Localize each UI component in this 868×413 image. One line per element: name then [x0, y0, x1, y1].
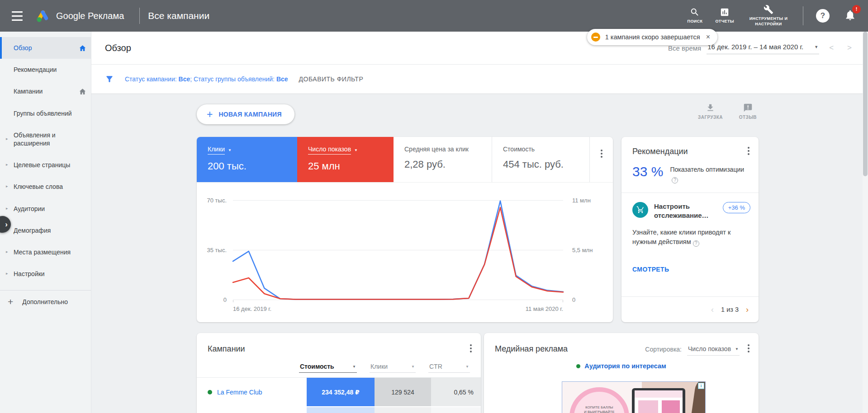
- column-header-ctr[interactable]: CTR▼: [428, 363, 470, 373]
- uplift-badge: +36 %: [723, 202, 750, 213]
- sidebar-item-label: Места размещения: [14, 248, 86, 256]
- tools-button[interactable]: ИНСТРУМЕНТЫ И НАСТРОЙКИ: [747, 5, 790, 27]
- sidebar-item-label: Аудитории: [14, 205, 86, 213]
- dropdown-caret-icon: ▼: [352, 365, 356, 369]
- search-button[interactable]: ПОИСК: [688, 7, 703, 24]
- next-page-icon[interactable]: ›: [746, 305, 749, 314]
- pagination-label: 1 из 3: [721, 306, 739, 313]
- sort-dropdown[interactable]: Число показов ▼: [687, 344, 740, 356]
- metric-strip: Клики▼200 тыс.Число показов▼25 млнСредня…: [197, 137, 613, 183]
- sidebar-items: ОбзорРекомендацииКампанииГруппы объявлен…: [0, 37, 91, 285]
- metric-value: 200 тыс.: [208, 160, 297, 172]
- sidebar-item-campaigns[interactable]: Кампании: [0, 80, 91, 102]
- ad-info-icon[interactable]: i: [698, 383, 704, 389]
- sidebar-item-placements[interactable]: ▸Места размещения: [0, 241, 91, 263]
- sort-label: Сортировка:: [645, 344, 682, 353]
- table-row-partial[interactable]: [197, 406, 481, 413]
- expand-arrow-icon: ▸: [6, 136, 8, 142]
- ad-preview[interactable]: КОПИТЕ БАЛЛЫИ ВЫИГРЫВАЙТЕОНЛАЙН-ШОППИНГ …: [562, 381, 706, 413]
- scrollbar-thumb[interactable]: [863, 32, 868, 176]
- sidebar-item-landing-pages[interactable]: ▸Целевые страницы: [0, 154, 91, 176]
- table-row[interactable]: La Femme Club234 352,48 ₽129 5240,65 %: [197, 377, 481, 406]
- metric-card-impressions[interactable]: Число показов▼25 млн: [297, 137, 394, 182]
- feedback-button[interactable]: ОТЗЫВ: [739, 103, 757, 120]
- download-icon: [706, 103, 715, 113]
- column-header-cost[interactable]: Стоимость▼: [299, 363, 357, 373]
- sidebar-item-label: Целевые страницы: [14, 161, 86, 169]
- toast-notification[interactable]: 1 кампания скоро завершается ×: [587, 29, 717, 45]
- recommendations-card: Рекомендации 33 % Показатель оптимизации…: [621, 137, 759, 322]
- filter-bar: Статус кампании: Все; Статус группы объя…: [91, 65, 868, 94]
- metric-card-cost[interactable]: Стоимость454 тыс. руб.: [492, 137, 590, 182]
- sidebar-item-ads-extensions[interactable]: ▸Объявления и расширения: [0, 124, 91, 154]
- y-left-tick: 0: [197, 296, 227, 303]
- prev-period-icon[interactable]: <: [829, 43, 834, 52]
- sidebar-item-audiences[interactable]: ▸Аудитории: [0, 198, 91, 220]
- campaign-link[interactable]: La Femme Club: [217, 389, 262, 396]
- overflow-menu-icon[interactable]: [601, 150, 602, 182]
- main-area: Обзор Все время 16 дек. 2019 г. – 14 мая…: [91, 32, 868, 413]
- recommendations-title: Рекомендации: [632, 147, 688, 156]
- vertical-scrollbar[interactable]: [863, 32, 868, 413]
- menu-icon[interactable]: [12, 11, 23, 21]
- ctr-cell: 0,65 %: [431, 378, 481, 406]
- metric-card-clicks[interactable]: Клики▼200 тыс.: [197, 137, 297, 182]
- sidebar: ОбзорРекомендацииКампанииГруппы объявлен…: [0, 32, 91, 413]
- ad-text-line: КОПИТЕ БАЛЛЫ: [579, 405, 620, 410]
- download-button[interactable]: ЗАГРУЗКА: [698, 103, 723, 120]
- metric-value: 2,28 руб.: [404, 159, 492, 170]
- metric-label: Число показов: [308, 145, 351, 155]
- topbar-divider: [139, 8, 140, 24]
- overflow-menu-icon[interactable]: [748, 344, 749, 352]
- column-header-clicks[interactable]: Клики▼: [370, 363, 416, 373]
- search-label: ПОИСК: [688, 19, 703, 24]
- window-title: Все кампании: [148, 10, 209, 21]
- sidebar-item-overview[interactable]: Обзор: [0, 37, 91, 59]
- recommendations-pagination: ‹ 1 из 3 ›: [621, 296, 759, 322]
- help-circle-icon[interactable]: ?: [693, 240, 699, 247]
- download-label: ЗАГРУЗКА: [698, 115, 723, 120]
- recommendation-item[interactable]: Настроить отслеживание… +36 %: [621, 193, 759, 221]
- date-range-dropdown[interactable]: 16 дек. 2019 г. – 14 мая 2020 г. ▼: [707, 42, 819, 54]
- add-filter-button[interactable]: ДОБАВИТЬ ФИЛЬТР: [299, 75, 364, 83]
- sidebar-item-ad-groups[interactable]: Группы объявлений: [0, 103, 91, 124]
- date-range-value: 16 дек. 2019 г. – 14 мая 2020 г.: [707, 43, 803, 51]
- google-ads-logo[interactable]: [36, 9, 51, 22]
- sidebar-item-keywords[interactable]: ▸Ключевые слова: [0, 176, 91, 197]
- overview-chart-card: Клики▼200 тыс.Число показов▼25 млнСредня…: [197, 137, 613, 322]
- overflow-menu-icon[interactable]: [470, 344, 472, 352]
- applied-filters[interactable]: Статус кампании: Все; Статус группы объя…: [125, 75, 288, 83]
- home-icon: [79, 88, 86, 95]
- overflow-menu-icon[interactable]: [748, 147, 749, 155]
- expand-arrow-icon: ▸: [6, 206, 8, 211]
- sidebar-item-recommendations[interactable]: Рекомендации: [0, 59, 91, 80]
- chevron-down-icon: ▼: [814, 45, 818, 49]
- sidebar-item-settings[interactable]: ▸Настройки: [0, 263, 91, 285]
- toast-message: 1 кампания скоро завершается: [605, 33, 700, 41]
- ad-offer-circle: КОПИТЕ БАЛЛЫИ ВЫИГРЫВАЙТЕОНЛАЙН-ШОППИНГ …: [569, 387, 629, 413]
- notifications-icon[interactable]: !: [844, 9, 856, 23]
- y-right-tick: 11 млн: [572, 197, 591, 204]
- reports-button[interactable]: ОТЧЕТЫ: [715, 7, 734, 24]
- metric-value: 25 млн: [308, 160, 394, 172]
- ad-text-line: И ВЫИГРЫВАЙТЕ: [579, 410, 620, 413]
- help-circle-icon[interactable]: ?: [672, 177, 678, 183]
- sidebar-item-demographics[interactable]: ▸Демография: [0, 220, 91, 241]
- metric-card-avg-cpc[interactable]: Средняя цена за клик2,28 руб.: [394, 137, 492, 182]
- view-recommendations-button[interactable]: СМОТРЕТЬ: [632, 266, 759, 273]
- tools-label: ИНСТРУМЕНТЫ И НАСТРОЙКИ: [747, 16, 790, 27]
- y-left-tick: 35 тыс.: [197, 247, 227, 253]
- campaign-name-cell: La Femme Club: [197, 378, 307, 406]
- display-ads-title: Медийная реклама: [495, 344, 640, 354]
- next-period-icon[interactable]: >: [847, 43, 852, 52]
- x-axis-label-start: 16 дек. 2019 г.: [233, 305, 271, 312]
- sidebar-more-button[interactable]: + Дополнительно: [0, 290, 91, 313]
- metric-value: 454 тыс. руб.: [503, 159, 589, 170]
- close-icon[interactable]: ×: [705, 33, 711, 41]
- optimization-score: 33 % Показатель оптимизации?: [621, 156, 759, 193]
- prev-page-icon[interactable]: ‹: [711, 305, 714, 314]
- sidebar-item-label: Ключевые слова: [14, 183, 86, 191]
- new-campaign-button[interactable]: + НОВАЯ КАМПАНИЯ: [197, 104, 294, 124]
- score-label: Показатель оптимизации?: [670, 164, 748, 183]
- help-icon[interactable]: ?: [816, 9, 830, 23]
